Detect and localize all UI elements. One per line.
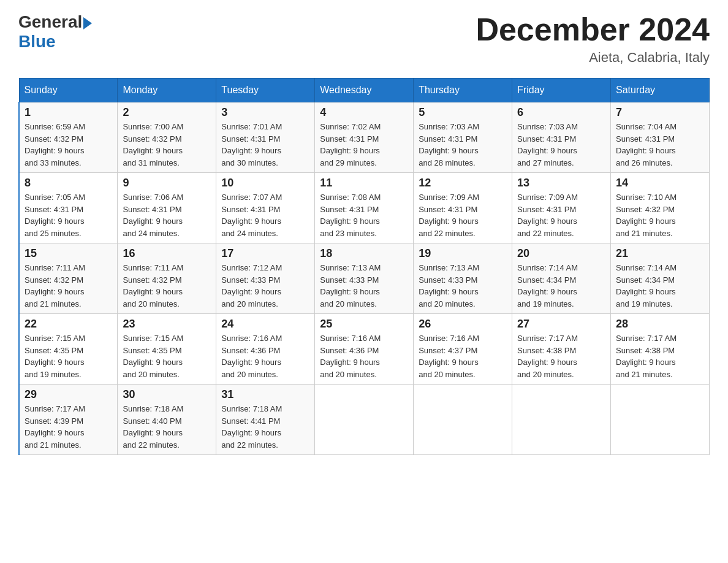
calendar-cell: 22 Sunrise: 7:15 AM Sunset: 4:35 PM Dayl… [19, 314, 118, 385]
day-number: 8 [25, 177, 112, 190]
day-info: Sunrise: 7:13 AM Sunset: 4:33 PM Dayligh… [320, 262, 408, 310]
calendar-cell: 14 Sunrise: 7:10 AM Sunset: 4:32 PM Dayl… [611, 173, 710, 243]
day-info: Sunrise: 7:17 AM Sunset: 4:39 PM Dayligh… [25, 403, 112, 451]
page-header: General Blue December 2024 Aieta, Calabr… [18, 12, 710, 66]
calendar-cell [512, 385, 611, 455]
day-number: 24 [221, 318, 309, 331]
day-info: Sunrise: 7:16 AM Sunset: 4:36 PM Dayligh… [221, 332, 309, 380]
header-monday: Monday [118, 79, 216, 102]
calendar-cell: 10 Sunrise: 7:07 AM Sunset: 4:31 PM Dayl… [216, 173, 315, 243]
day-number: 13 [517, 177, 605, 190]
day-number: 6 [517, 106, 605, 119]
week-row-3: 15 Sunrise: 7:11 AM Sunset: 4:32 PM Dayl… [19, 243, 710, 314]
day-number: 19 [419, 247, 507, 260]
header-thursday: Thursday [414, 79, 512, 102]
calendar-cell: 31 Sunrise: 7:18 AM Sunset: 4:41 PM Dayl… [216, 385, 315, 455]
day-info: Sunrise: 7:05 AM Sunset: 4:31 PM Dayligh… [25, 191, 112, 239]
calendar-cell: 6 Sunrise: 7:03 AM Sunset: 4:31 PM Dayli… [512, 102, 611, 173]
calendar-subtitle: Aieta, Calabria, Italy [476, 50, 710, 66]
day-info: Sunrise: 7:04 AM Sunset: 4:31 PM Dayligh… [616, 121, 704, 169]
day-info: Sunrise: 7:06 AM Sunset: 4:31 PM Dayligh… [123, 191, 211, 239]
calendar-cell: 8 Sunrise: 7:05 AM Sunset: 4:31 PM Dayli… [19, 173, 118, 243]
calendar-cell [611, 385, 710, 455]
calendar-cell [414, 385, 512, 455]
week-row-1: 1 Sunrise: 6:59 AM Sunset: 4:32 PM Dayli… [19, 102, 710, 173]
calendar-cell: 19 Sunrise: 7:13 AM Sunset: 4:33 PM Dayl… [414, 243, 512, 314]
week-row-5: 29 Sunrise: 7:17 AM Sunset: 4:39 PM Dayl… [19, 385, 710, 455]
day-number: 5 [419, 106, 507, 119]
day-info: Sunrise: 7:09 AM Sunset: 4:31 PM Dayligh… [517, 191, 605, 239]
calendar-cell: 1 Sunrise: 6:59 AM Sunset: 4:32 PM Dayli… [19, 102, 118, 173]
header-friday: Friday [512, 79, 611, 102]
calendar-cell: 11 Sunrise: 7:08 AM Sunset: 4:31 PM Dayl… [315, 173, 414, 243]
title-section: December 2024 Aieta, Calabria, Italy [476, 12, 710, 66]
day-info: Sunrise: 7:08 AM Sunset: 4:31 PM Dayligh… [320, 191, 408, 239]
header-saturday: Saturday [611, 79, 710, 102]
day-number: 16 [123, 247, 211, 260]
calendar-cell: 27 Sunrise: 7:17 AM Sunset: 4:38 PM Dayl… [512, 314, 611, 385]
calendar-cell: 3 Sunrise: 7:01 AM Sunset: 4:31 PM Dayli… [216, 102, 315, 173]
day-info: Sunrise: 7:17 AM Sunset: 4:38 PM Dayligh… [616, 332, 704, 380]
calendar-cell: 5 Sunrise: 7:03 AM Sunset: 4:31 PM Dayli… [414, 102, 512, 173]
day-info: Sunrise: 7:12 AM Sunset: 4:33 PM Dayligh… [221, 262, 309, 310]
calendar-cell: 18 Sunrise: 7:13 AM Sunset: 4:33 PM Dayl… [315, 243, 414, 314]
day-info: Sunrise: 7:11 AM Sunset: 4:32 PM Dayligh… [123, 262, 211, 310]
calendar-cell [315, 385, 414, 455]
day-info: Sunrise: 6:59 AM Sunset: 4:32 PM Dayligh… [25, 121, 112, 169]
day-number: 17 [221, 247, 309, 260]
calendar-cell: 16 Sunrise: 7:11 AM Sunset: 4:32 PM Dayl… [118, 243, 216, 314]
header-sunday: Sunday [19, 79, 118, 102]
calendar-cell: 20 Sunrise: 7:14 AM Sunset: 4:34 PM Dayl… [512, 243, 611, 314]
day-info: Sunrise: 7:07 AM Sunset: 4:31 PM Dayligh… [221, 191, 309, 239]
day-number: 29 [25, 388, 112, 401]
day-number: 25 [320, 318, 408, 331]
day-number: 26 [419, 318, 507, 331]
logo-arrow-icon [83, 17, 92, 29]
day-number: 20 [517, 247, 605, 260]
day-number: 30 [123, 388, 211, 401]
day-info: Sunrise: 7:16 AM Sunset: 4:37 PM Dayligh… [419, 332, 507, 380]
day-number: 23 [123, 318, 211, 331]
day-info: Sunrise: 7:18 AM Sunset: 4:40 PM Dayligh… [123, 403, 211, 451]
calendar-cell: 28 Sunrise: 7:17 AM Sunset: 4:38 PM Dayl… [611, 314, 710, 385]
calendar-cell: 29 Sunrise: 7:17 AM Sunset: 4:39 PM Dayl… [19, 385, 118, 455]
day-info: Sunrise: 7:00 AM Sunset: 4:32 PM Dayligh… [123, 121, 211, 169]
calendar-cell: 23 Sunrise: 7:15 AM Sunset: 4:35 PM Dayl… [118, 314, 216, 385]
calendar-cell: 9 Sunrise: 7:06 AM Sunset: 4:31 PM Dayli… [118, 173, 216, 243]
calendar-cell: 21 Sunrise: 7:14 AM Sunset: 4:34 PM Dayl… [611, 243, 710, 314]
day-info: Sunrise: 7:13 AM Sunset: 4:33 PM Dayligh… [419, 262, 507, 310]
day-number: 1 [25, 106, 112, 119]
calendar-table: SundayMondayTuesdayWednesdayThursdayFrid… [18, 78, 710, 455]
calendar-title: December 2024 [476, 12, 710, 47]
day-number: 10 [221, 177, 309, 190]
day-number: 15 [25, 247, 112, 260]
day-info: Sunrise: 7:15 AM Sunset: 4:35 PM Dayligh… [123, 332, 211, 380]
day-info: Sunrise: 7:15 AM Sunset: 4:35 PM Dayligh… [25, 332, 112, 380]
day-number: 3 [221, 106, 309, 119]
day-info: Sunrise: 7:03 AM Sunset: 4:31 PM Dayligh… [419, 121, 507, 169]
day-info: Sunrise: 7:10 AM Sunset: 4:32 PM Dayligh… [616, 191, 704, 239]
calendar-cell: 12 Sunrise: 7:09 AM Sunset: 4:31 PM Dayl… [414, 173, 512, 243]
day-number: 27 [517, 318, 605, 331]
day-info: Sunrise: 7:14 AM Sunset: 4:34 PM Dayligh… [517, 262, 605, 310]
logo-blue-text: Blue [18, 32, 92, 52]
day-info: Sunrise: 7:01 AM Sunset: 4:31 PM Dayligh… [221, 121, 309, 169]
header-wednesday: Wednesday [315, 79, 414, 102]
calendar-cell: 4 Sunrise: 7:02 AM Sunset: 4:31 PM Dayli… [315, 102, 414, 173]
day-number: 11 [320, 177, 408, 190]
calendar-cell: 7 Sunrise: 7:04 AM Sunset: 4:31 PM Dayli… [611, 102, 710, 173]
day-number: 12 [419, 177, 507, 190]
week-row-4: 22 Sunrise: 7:15 AM Sunset: 4:35 PM Dayl… [19, 314, 710, 385]
week-row-2: 8 Sunrise: 7:05 AM Sunset: 4:31 PM Dayli… [19, 173, 710, 243]
calendar-cell: 25 Sunrise: 7:16 AM Sunset: 4:36 PM Dayl… [315, 314, 414, 385]
calendar-cell: 15 Sunrise: 7:11 AM Sunset: 4:32 PM Dayl… [19, 243, 118, 314]
day-number: 22 [25, 318, 112, 331]
day-number: 28 [616, 318, 704, 331]
weekday-header-row: SundayMondayTuesdayWednesdayThursdayFrid… [19, 79, 710, 102]
day-number: 31 [221, 388, 309, 401]
calendar-cell: 17 Sunrise: 7:12 AM Sunset: 4:33 PM Dayl… [216, 243, 315, 314]
day-info: Sunrise: 7:16 AM Sunset: 4:36 PM Dayligh… [320, 332, 408, 380]
calendar-cell: 2 Sunrise: 7:00 AM Sunset: 4:32 PM Dayli… [118, 102, 216, 173]
day-info: Sunrise: 7:18 AM Sunset: 4:41 PM Dayligh… [221, 403, 309, 451]
day-info: Sunrise: 7:14 AM Sunset: 4:34 PM Dayligh… [616, 262, 704, 310]
